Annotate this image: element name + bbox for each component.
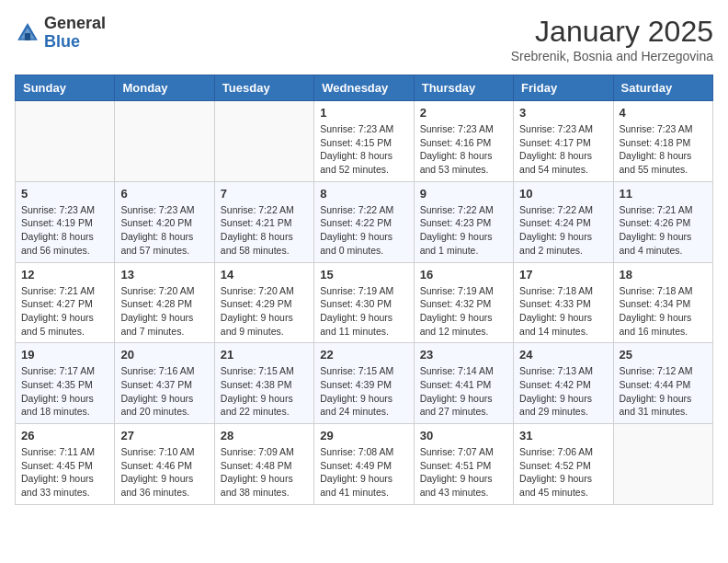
day-info: Sunrise: 7:23 AM Sunset: 4:17 PM Dayligh… [519,122,607,177]
calendar-cell: 27Sunrise: 7:10 AM Sunset: 4:46 PM Dayli… [115,424,214,505]
calendar-cell: 16Sunrise: 7:19 AM Sunset: 4:32 PM Dayli… [414,262,513,343]
calendar-cell: 25Sunrise: 7:12 AM Sunset: 4:44 PM Dayli… [613,343,712,424]
day-number: 5 [21,187,108,201]
calendar-cell: 22Sunrise: 7:15 AM Sunset: 4:39 PM Dayli… [314,343,414,424]
weekday-header-saturday: Saturday [613,75,712,101]
day-number: 17 [519,268,607,282]
month-title: January 2025 [511,15,713,49]
day-info: Sunrise: 7:20 AM Sunset: 4:29 PM Dayligh… [221,284,308,339]
calendar-cell: 11Sunrise: 7:21 AM Sunset: 4:26 PM Dayli… [613,181,712,262]
logo-icon [15,20,40,46]
day-info: Sunrise: 7:19 AM Sunset: 4:30 PM Dayligh… [320,284,407,339]
calendar-week-row: 5Sunrise: 7:23 AM Sunset: 4:19 PM Daylig… [16,181,713,262]
day-info: Sunrise: 7:21 AM Sunset: 4:26 PM Dayligh… [620,203,707,258]
calendar-cell: 12Sunrise: 7:21 AM Sunset: 4:27 PM Dayli… [16,262,115,343]
calendar-week-row: 19Sunrise: 7:17 AM Sunset: 4:35 PM Dayli… [16,343,713,424]
calendar-cell: 28Sunrise: 7:09 AM Sunset: 4:48 PM Dayli… [214,424,313,505]
calendar-cell: 3Sunrise: 7:23 AM Sunset: 4:17 PM Daylig… [514,101,613,182]
calendar-cell: 6Sunrise: 7:23 AM Sunset: 4:20 PM Daylig… [115,181,214,262]
day-number: 27 [120,429,208,442]
calendar-week-row: 1Sunrise: 7:23 AM Sunset: 4:15 PM Daylig… [16,101,713,182]
day-info: Sunrise: 7:21 AM Sunset: 4:27 PM Dayligh… [21,284,108,339]
day-info: Sunrise: 7:20 AM Sunset: 4:28 PM Dayligh… [120,284,208,339]
calendar-cell: 13Sunrise: 7:20 AM Sunset: 4:28 PM Dayli… [115,262,214,343]
day-info: Sunrise: 7:14 AM Sunset: 4:41 PM Dayligh… [420,364,507,419]
svg-rect-2 [25,33,30,40]
day-info: Sunrise: 7:23 AM Sunset: 4:16 PM Dayligh… [420,122,507,177]
day-number: 15 [320,268,407,282]
calendar-cell [16,101,115,182]
day-info: Sunrise: 7:22 AM Sunset: 4:24 PM Dayligh… [519,203,607,258]
day-info: Sunrise: 7:23 AM Sunset: 4:18 PM Dayligh… [620,122,707,177]
day-number: 16 [420,268,507,282]
day-info: Sunrise: 7:22 AM Sunset: 4:21 PM Dayligh… [221,203,308,258]
day-number: 7 [221,187,308,201]
calendar-cell: 23Sunrise: 7:14 AM Sunset: 4:41 PM Dayli… [414,343,513,424]
day-info: Sunrise: 7:23 AM Sunset: 4:15 PM Dayligh… [320,122,407,177]
calendar-cell: 14Sunrise: 7:20 AM Sunset: 4:29 PM Dayli… [214,262,313,343]
day-info: Sunrise: 7:19 AM Sunset: 4:32 PM Dayligh… [420,284,507,339]
day-info: Sunrise: 7:08 AM Sunset: 4:49 PM Dayligh… [320,445,407,500]
day-info: Sunrise: 7:23 AM Sunset: 4:20 PM Dayligh… [120,203,208,258]
day-number: 13 [120,268,208,282]
calendar-cell: 20Sunrise: 7:16 AM Sunset: 4:37 PM Dayli… [115,343,214,424]
logo: General Blue [15,15,106,52]
day-number: 26 [21,429,108,442]
day-info: Sunrise: 7:12 AM Sunset: 4:44 PM Dayligh… [620,364,707,419]
day-number: 31 [519,429,607,442]
calendar-cell: 9Sunrise: 7:22 AM Sunset: 4:23 PM Daylig… [414,181,513,262]
calendar-cell: 5Sunrise: 7:23 AM Sunset: 4:19 PM Daylig… [16,181,115,262]
calendar-week-row: 12Sunrise: 7:21 AM Sunset: 4:27 PM Dayli… [16,262,713,343]
day-number: 8 [320,187,407,201]
weekday-header-tuesday: Tuesday [214,75,313,101]
day-number: 28 [221,429,308,442]
calendar-cell: 30Sunrise: 7:07 AM Sunset: 4:51 PM Dayli… [414,424,513,505]
calendar-cell: 19Sunrise: 7:17 AM Sunset: 4:35 PM Dayli… [16,343,115,424]
weekday-header-wednesday: Wednesday [314,75,414,101]
day-info: Sunrise: 7:13 AM Sunset: 4:42 PM Dayligh… [519,364,607,419]
day-number: 29 [320,429,407,442]
calendar-cell: 4Sunrise: 7:23 AM Sunset: 4:18 PM Daylig… [613,101,712,182]
weekday-header-monday: Monday [115,75,214,101]
calendar-cell: 26Sunrise: 7:11 AM Sunset: 4:45 PM Dayli… [16,424,115,505]
day-info: Sunrise: 7:23 AM Sunset: 4:19 PM Dayligh… [21,203,108,258]
day-number: 4 [620,106,707,120]
day-number: 10 [519,187,607,201]
calendar-cell: 15Sunrise: 7:19 AM Sunset: 4:30 PM Dayli… [314,262,414,343]
day-info: Sunrise: 7:17 AM Sunset: 4:35 PM Dayligh… [21,364,108,419]
day-number: 23 [420,348,507,362]
day-number: 9 [420,187,507,201]
calendar-cell [115,101,214,182]
day-number: 12 [21,268,108,282]
weekday-header-friday: Friday [514,75,613,101]
logo-text: General Blue [44,15,106,52]
day-info: Sunrise: 7:15 AM Sunset: 4:39 PM Dayligh… [320,364,407,419]
day-info: Sunrise: 7:06 AM Sunset: 4:52 PM Dayligh… [519,445,607,500]
location-text: Srebrenik, Bosnia and Herzegovina [511,49,713,63]
day-number: 20 [120,348,208,362]
calendar-cell: 8Sunrise: 7:22 AM Sunset: 4:22 PM Daylig… [314,181,414,262]
day-info: Sunrise: 7:15 AM Sunset: 4:38 PM Dayligh… [221,364,308,419]
logo-blue-text: Blue [44,32,80,51]
calendar-cell: 21Sunrise: 7:15 AM Sunset: 4:38 PM Dayli… [214,343,313,424]
day-number: 18 [620,268,707,282]
day-number: 14 [221,268,308,282]
day-number: 2 [420,106,507,120]
calendar-cell [214,101,313,182]
weekday-header-sunday: Sunday [16,75,115,101]
day-number: 24 [519,348,607,362]
calendar-week-row: 26Sunrise: 7:11 AM Sunset: 4:45 PM Dayli… [16,424,713,505]
logo-general-text: General [44,14,106,32]
day-info: Sunrise: 7:09 AM Sunset: 4:48 PM Dayligh… [221,445,308,500]
day-info: Sunrise: 7:18 AM Sunset: 4:34 PM Dayligh… [620,284,707,339]
calendar-cell: 2Sunrise: 7:23 AM Sunset: 4:16 PM Daylig… [414,101,513,182]
calendar-cell: 1Sunrise: 7:23 AM Sunset: 4:15 PM Daylig… [314,101,414,182]
page-header: General Blue January 2025 Srebrenik, Bos… [15,15,713,63]
calendar-cell: 7Sunrise: 7:22 AM Sunset: 4:21 PM Daylig… [214,181,313,262]
weekday-header-row: SundayMondayTuesdayWednesdayThursdayFrid… [16,75,713,101]
day-info: Sunrise: 7:07 AM Sunset: 4:51 PM Dayligh… [420,445,507,500]
day-number: 30 [420,429,507,442]
day-info: Sunrise: 7:10 AM Sunset: 4:46 PM Dayligh… [120,445,208,500]
weekday-header-thursday: Thursday [414,75,513,101]
day-number: 1 [320,106,407,120]
